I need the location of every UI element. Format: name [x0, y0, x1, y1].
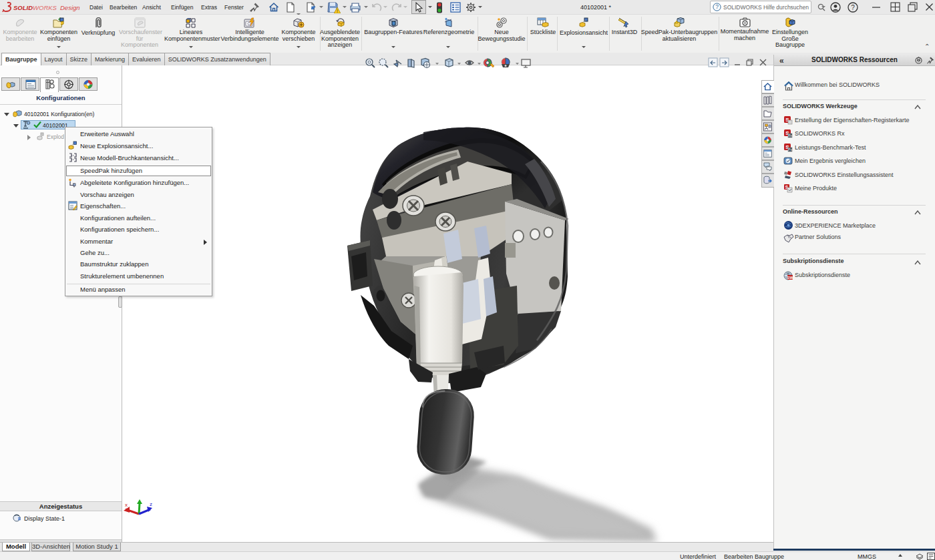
svg-text:x: x: [125, 502, 128, 508]
svg-text:Rx: Rx: [788, 133, 793, 137]
svg-text:SW: SW: [787, 276, 793, 280]
svg-text:z: z: [150, 501, 152, 507]
svg-text:!: !: [337, 9, 338, 13]
svg-text:?: ?: [851, 4, 855, 11]
svg-text:?: ?: [715, 3, 719, 10]
svg-text:Px: Px: [788, 148, 792, 152]
